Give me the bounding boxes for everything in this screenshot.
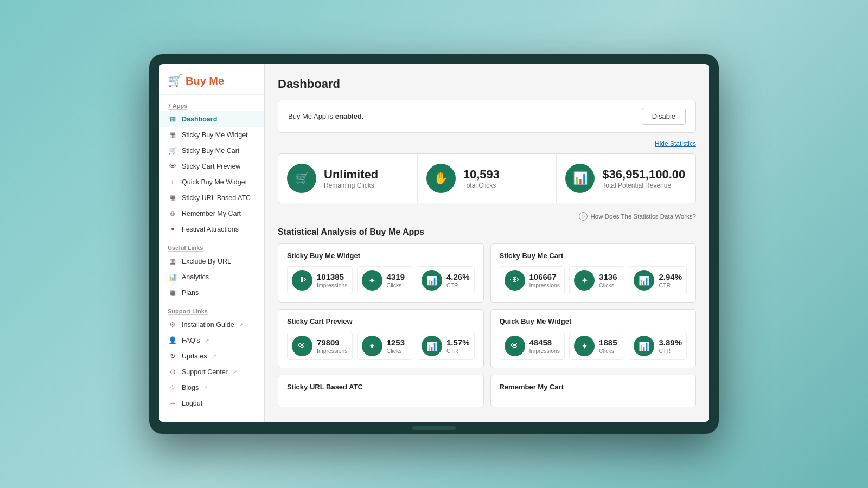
sidebar: 🛒 Buy Me 7 Apps⊞Dashboard▦Sticky Buy Me …: [159, 64, 265, 422]
external-link-icon: ↗: [203, 385, 208, 390]
metric-label-2-1: Clicks: [387, 348, 405, 354]
partial-card-title-0: Sticky URL Based ATC: [287, 383, 475, 391]
sidebar-item-logout[interactable]: →Logout: [159, 395, 264, 411]
external-link-icon: ↗: [239, 322, 244, 328]
metric-icon-3-2: 📊: [634, 336, 654, 356]
logout-icon: →: [168, 399, 177, 407]
external-link-icon: ↗: [205, 338, 209, 343]
quick-buy-me-widget-icon: +: [168, 178, 177, 186]
sidebar-item-support-center[interactable]: ⊙Support Center↗: [159, 364, 264, 380]
sidebar-item-festival-attractions[interactable]: ✦Festival Attractions: [159, 221, 264, 237]
exclude-by-url-icon: ▦: [168, 257, 177, 265]
analysis-grid: Sticky Buy Me Widget👁101385Impressions✦4…: [278, 243, 696, 368]
metric-value-2-1: 1253: [387, 338, 405, 348]
festival-attractions-icon: ✦: [168, 225, 177, 233]
sidebar-item-dashboard[interactable]: ⊞Dashboard: [159, 111, 264, 127]
play-icon: ▷: [579, 212, 588, 221]
metric-label-0-0: Impressions: [317, 282, 348, 288]
sidebar-item-label-faqs: FAQ's: [182, 337, 200, 344]
page-title: Dashboard: [278, 77, 696, 91]
sidebar-item-remember-my-cart[interactable]: ☺Remember My Cart: [159, 206, 264, 221]
total-clicks-value: 10,593: [463, 168, 500, 182]
logo-icon: 🛒: [168, 74, 182, 88]
blogs-icon: ☆: [168, 383, 177, 391]
logo-text: Buy Me: [186, 75, 224, 87]
analytics-icon: 📊: [168, 273, 177, 281]
metric-icon-0-2: 📊: [422, 270, 442, 291]
stat-card-total-revenue: 📊$36,951,100.00Total Potential Revenue: [557, 154, 695, 203]
main-content: Dashboard Buy Me App is enabled. Disable…: [265, 64, 709, 422]
remaining-clicks-value: Unlimited: [324, 168, 378, 182]
metric-label-2-0: Impressions: [317, 348, 348, 354]
metric-label-0-1: Clicks: [387, 282, 405, 288]
metric-icon-3-1: ✦: [574, 336, 595, 356]
metric-icon-0-1: ✦: [362, 270, 382, 291]
metric-item-0-1: ✦4319Clicks: [357, 266, 412, 294]
metric-icon-2-2: 📊: [422, 336, 442, 356]
how-works: ▷ How Does The Statistics Data Works?: [278, 212, 696, 221]
sidebar-item-label-exclude-by-url: Exclude By URL: [182, 258, 231, 265]
bottom-partial: Sticky URL Based ATCRemember My Cart: [278, 375, 696, 407]
metric-item-3-2: 📊3.89%CTR: [629, 332, 687, 360]
sticky-buy-me-cart-icon: 🛒: [168, 146, 177, 155]
external-link-icon: ↗: [212, 354, 216, 359]
analysis-card-title-0: Sticky Buy Me Widget: [287, 252, 475, 260]
remaining-clicks-icon: 🛒: [287, 164, 316, 193]
stat-card-remaining-clicks: 🛒UnlimitedRemaining Clicks: [278, 154, 418, 203]
metric-value-2-2: 1.57%: [446, 338, 470, 348]
metric-icon-1-2: 📊: [634, 270, 654, 291]
metric-label-3-1: Clicks: [599, 348, 617, 354]
stat-card-total-clicks: ✋10,593Total Clicks: [418, 154, 557, 203]
analysis-card-title-3: Quick Buy Me Widget: [500, 317, 687, 325]
total-clicks-icon: ✋: [426, 164, 456, 193]
hide-stats-anchor[interactable]: Hide Statistics: [655, 140, 696, 147]
metric-icon-1-0: 👁: [505, 270, 525, 291]
remaining-clicks-label: Remaining Clicks: [324, 182, 378, 189]
metric-item-0-2: 📊4.26%CTR: [417, 266, 475, 294]
sidebar-item-label-dashboard: Dashboard: [182, 115, 217, 123]
analysis-card-title-1: Sticky Buy Me Cart: [500, 252, 687, 260]
sidebar-item-label-support-center: Support Center: [182, 368, 228, 376]
sidebar-item-sticky-url-based-atc[interactable]: ▦Sticky URL Based ATC: [159, 190, 264, 206]
metric-item-1-0: 👁106667Impressions: [500, 266, 565, 294]
disable-button[interactable]: Disable: [642, 108, 686, 125]
metric-icon-1-1: ✦: [574, 270, 595, 291]
sidebar-item-analytics[interactable]: 📊Analytics: [159, 269, 264, 285]
total-revenue-label: Total Potential Revenue: [602, 182, 685, 189]
sidebar-item-label-sticky-url-based-atc: Sticky URL Based ATC: [182, 194, 251, 202]
sidebar-item-label-installation-guide: Installation Guide: [182, 321, 234, 329]
sidebar-item-label-logout: Logout: [182, 400, 202, 407]
sidebar-item-label-sticky-cart-preview: Sticky Cart Preview: [182, 163, 240, 170]
sidebar-item-exclude-by-url[interactable]: ▦Exclude By URL: [159, 253, 264, 269]
sidebar-item-installation-guide[interactable]: ⚙Installation Guide↗: [159, 317, 264, 332]
sidebar-item-sticky-buy-me-cart[interactable]: 🛒Sticky Buy Me Cart: [159, 143, 264, 158]
sidebar-item-label-plans: Plans: [182, 289, 199, 297]
metric-label-3-0: Impressions: [529, 348, 560, 354]
metric-icon-0-0: 👁: [292, 270, 312, 291]
metric-value-1-0: 106667: [529, 272, 560, 282]
metric-item-3-0: 👁48458Impressions: [500, 332, 565, 360]
analysis-card-3: Quick Buy Me Widget👁48458Impressions✦188…: [490, 309, 697, 368]
sidebar-item-plans[interactable]: ▦Plans: [159, 285, 264, 300]
sidebar-item-faqs[interactable]: 👤FAQ's↗: [159, 332, 264, 348]
sidebar-item-quick-buy-me-widget[interactable]: +Quick Buy Me Widget: [159, 174, 264, 190]
sidebar-item-updates[interactable]: ↻Updates↗: [159, 348, 264, 364]
metric-label-2-2: CTR: [446, 348, 470, 354]
banner-text: Buy Me App is enabled.: [288, 112, 363, 120]
sidebar-item-sticky-buy-me-widget[interactable]: ▦Sticky Buy Me Widget: [159, 127, 264, 143]
analysis-card-2: Sticky Cart Preview👁79809Impressions✦125…: [278, 309, 484, 368]
sidebar-item-blogs[interactable]: ☆Blogs↗: [159, 380, 264, 395]
metric-value-1-1: 3136: [599, 272, 617, 282]
support-center-icon: ⊙: [168, 368, 177, 376]
plans-icon: ▦: [168, 288, 177, 297]
total-revenue-value: $36,951,100.00: [602, 168, 685, 182]
sticky-cart-preview-icon: 👁: [168, 162, 177, 170]
metric-value-0-2: 4.26%: [446, 272, 470, 282]
sidebar-item-sticky-cart-preview[interactable]: 👁Sticky Cart Preview: [159, 158, 264, 174]
metric-value-1-2: 2.94%: [659, 272, 682, 282]
metric-icon-2-0: 👁: [292, 336, 312, 356]
metric-item-3-1: ✦1885Clicks: [569, 332, 624, 360]
sidebar-item-label-remember-my-cart: Remember My Cart: [182, 210, 241, 217]
external-link-icon: ↗: [233, 369, 237, 375]
metric-label-3-2: CTR: [659, 348, 682, 354]
